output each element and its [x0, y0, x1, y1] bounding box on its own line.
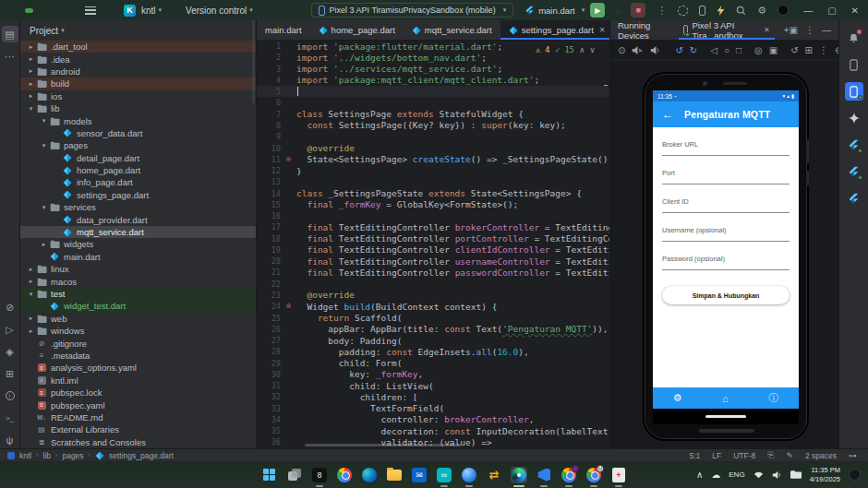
lock-icon[interactable]: ⊶	[849, 451, 857, 460]
tree-item-pages[interactable]: ▾pages	[20, 139, 256, 151]
tree-item-models[interactable]: ▾models	[20, 114, 256, 126]
snapshot-icon[interactable]: ↺	[790, 45, 798, 55]
minimize-button[interactable]: —	[803, 6, 813, 16]
home-nav-icon[interactable]: ⌂	[722, 393, 729, 404]
caret-position[interactable]: 5:1	[689, 451, 700, 460]
code-line-2[interactable]: 2import '../widgets/bottom_nav.dart';	[257, 52, 609, 63]
tree-item-lib[interactable]: ▾lib	[20, 102, 256, 114]
chevron-down-icon[interactable]: ▾	[39, 117, 49, 125]
chevron-right-icon[interactable]: ▸	[26, 278, 36, 285]
onedrive-icon[interactable]: ☁	[711, 470, 720, 480]
recorder-app[interactable]: 8	[311, 467, 328, 483]
capcut-app[interactable]: ∞	[436, 467, 452, 483]
tree-item-sensor-data-dart[interactable]: sensor_data.dart	[20, 127, 256, 139]
highlight-icon[interactable]: ✎	[786, 451, 793, 460]
rotate-right-icon[interactable]: ↻	[690, 45, 697, 55]
form-field-broker[interactable]: Broker URL	[662, 140, 790, 156]
indent-setting[interactable]: 2 spaces	[805, 451, 837, 460]
code-line-18[interactable]: 18 final TextEditingController portContr…	[257, 233, 609, 244]
extend-icon[interactable]: ⊞	[805, 45, 813, 55]
code-line-21[interactable]: 21 final TextEditingController passwordC…	[257, 267, 609, 278]
tree-item-build[interactable]: ▸build	[20, 77, 256, 89]
code-line-4[interactable]: 4import 'package:mqtt_client/mqtt_client…	[257, 75, 609, 86]
vscode-app[interactable]	[536, 467, 552, 483]
flutter-performance-icon[interactable]	[845, 162, 863, 181]
tree-item-kntl-iml[interactable]: ikntl.iml	[20, 375, 256, 387]
code-line-13[interactable]: 13	[257, 176, 609, 187]
main-menu-icon[interactable]	[85, 6, 96, 15]
language-indicator[interactable]: ENG	[729, 470, 744, 479]
tree-item-info-page-dart[interactable]: info_page.dart	[20, 176, 256, 188]
settings-gear-icon[interactable]: ⚙	[757, 5, 766, 17]
code-line-5[interactable]: 5	[257, 86, 609, 97]
project-name[interactable]: kntl	[141, 6, 156, 16]
file-explorer-app[interactable]	[386, 467, 403, 483]
tree-item-android[interactable]: ▸android	[20, 65, 256, 77]
chrome-profile1-app[interactable]	[561, 467, 577, 483]
structure-icon[interactable]: ◈	[2, 343, 18, 360]
chevron-down-icon[interactable]: ▾	[39, 142, 49, 149]
flutter-outline-icon[interactable]	[845, 136, 863, 154]
tree-item-scratches-and-consoles[interactable]: ≣Scratches and Consoles	[20, 436, 256, 448]
run-button[interactable]: ▶	[590, 3, 605, 18]
edge-app[interactable]	[361, 467, 378, 483]
chevron-down-icon[interactable]: ▾	[39, 204, 49, 211]
avatar[interactable]	[778, 5, 789, 16]
layout-icon[interactable]: ▣	[790, 25, 798, 35]
rotate-left-icon[interactable]: ↺	[675, 45, 682, 55]
hide-icon[interactable]: —	[822, 25, 831, 35]
power-icon[interactable]: ⊙	[618, 45, 625, 55]
encoding[interactable]: UTF-8	[733, 451, 755, 460]
form-field-client[interactable]: Client ID	[662, 197, 790, 213]
tray-folder-icon[interactable]	[790, 470, 802, 479]
gemini-icon[interactable]	[845, 109, 863, 127]
tree-item-pubspec-lock[interactable]: ≡pubspec.lock	[20, 387, 256, 399]
breadcrumb-item[interactable]: kntl	[19, 451, 31, 460]
running-devices-icon[interactable]	[845, 82, 863, 101]
chevron-right-icon[interactable]: ▸	[26, 80, 36, 88]
code-line-33[interactable]: 33 TextFormField(	[257, 403, 609, 414]
device-explorer-icon[interactable]	[845, 55, 863, 74]
device-manager-icon[interactable]	[678, 6, 688, 16]
info-nav-icon[interactable]: ⓘ	[768, 391, 778, 405]
code-line-17[interactable]: 17 final TextEditingController brokerCon…	[257, 221, 609, 232]
tree-item--dart-tool[interactable]: ▸.dart_tool	[20, 41, 256, 53]
maximize-button[interactable]: ▢	[827, 6, 836, 16]
debug-button[interactable]: ◌	[610, 3, 625, 18]
code-line-20[interactable]: 20 final TextEditingController usernameC…	[257, 256, 609, 267]
terminal-icon[interactable]: >_	[2, 410, 18, 426]
close-icon[interactable]: ✕	[599, 26, 606, 34]
tree-item-widgets[interactable]: ▸widgets	[20, 238, 256, 250]
breadcrumb-item[interactable]: lib	[43, 451, 52, 460]
device-tab[interactable]: Pixel 3 API Tira...andbox ✕	[677, 20, 777, 40]
tree-item-pubspec-yaml[interactable]: ≡pubspec.yaml	[20, 399, 256, 411]
chrome-app[interactable]	[336, 467, 353, 483]
chevron-right-icon[interactable]: ▸	[26, 43, 36, 51]
form-field-port[interactable]: Port	[662, 169, 790, 184]
more-icon[interactable]: ⋮	[819, 45, 828, 55]
chevron-down-icon[interactable]: ▾	[26, 291, 36, 298]
tree-item-mqtt-service-dart[interactable]: mqtt_service.dart	[20, 226, 256, 238]
vcs-widget[interactable]: Version control	[186, 6, 247, 16]
tree-item-windows[interactable]: ▸windows	[20, 325, 256, 337]
phone-screen[interactable]: 11:35 ▪ ▾▴▮ ← Pengaturan MQTT Broker URL…	[653, 90, 799, 424]
tab-home_page.dart[interactable]: home_page.dart	[310, 20, 404, 40]
code-line-26[interactable]: 26 appBar: AppBar(title: const Text('Pen…	[257, 324, 609, 335]
code-line-10[interactable]: 10 @override	[257, 142, 609, 153]
code-line-7[interactable]: 7class SettingsPage extends StatefulWidg…	[257, 109, 609, 120]
chevron-right-icon[interactable]: ▸	[26, 55, 36, 63]
code-line-30[interactable]: 30 key: _formKey,	[257, 369, 609, 380]
tree-item-test[interactable]: ▾test	[20, 288, 256, 300]
tree-item--idea[interactable]: ▸.idea	[20, 53, 256, 65]
record-icon[interactable]: ▣	[769, 45, 778, 55]
code-line-15[interactable]: 15 final _formKey = GlobalKey<FormState>…	[257, 199, 609, 210]
breadcrumb-item[interactable]: pages	[62, 451, 83, 460]
chevron-right-icon[interactable]: ▸	[26, 67, 36, 75]
chrome-profile2-app[interactable]: M	[585, 467, 602, 483]
settings-nav-icon[interactable]: ⚙	[673, 392, 682, 404]
chevron-right-icon[interactable]: ▸	[26, 92, 36, 100]
transfer-app[interactable]: ⇄	[486, 467, 502, 483]
chevron-right-icon[interactable]: ▸	[26, 327, 36, 335]
home-icon[interactable]: ○	[724, 45, 729, 55]
volume-up-icon[interactable]	[632, 45, 644, 55]
